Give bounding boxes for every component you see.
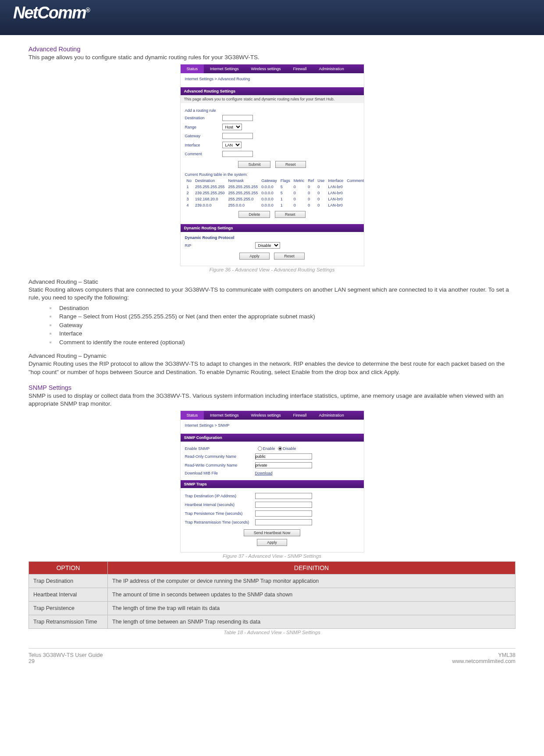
lbl-interface: Interface xyxy=(185,143,222,147)
nav-tab-internet[interactable]: Internet Settings xyxy=(204,411,245,420)
nav-tab-wireless[interactable]: Wireless settings xyxy=(245,411,287,420)
disable-radio[interactable] xyxy=(278,446,282,451)
header-band: NetComm® xyxy=(0,0,544,35)
heading-snmp: SNMP Settings xyxy=(28,384,516,391)
trap-dest-input[interactable] xyxy=(255,493,312,499)
list-item: Destination xyxy=(59,304,516,313)
list-item: Gateway xyxy=(59,321,516,330)
figure-37-wrap: Status Internet Settings Wireless settin… xyxy=(28,410,516,553)
enable-radio[interactable] xyxy=(258,446,262,451)
section-bar-adv-routing: Advanced Routing Settings xyxy=(181,87,364,95)
trademark-icon: ® xyxy=(85,7,89,14)
dyn-proto-label: Dynamic Routing Protocol xyxy=(185,235,359,240)
trap-pers-input[interactable] xyxy=(255,510,312,517)
text-snmp: SNMP is used to display or collect data … xyxy=(28,392,516,408)
add-rule-label: Add a routing rule xyxy=(185,108,359,113)
routing-table: NoDestinationNetmaskGatewayFlagsMetricRe… xyxy=(185,178,366,208)
lbl-gateway: Gateway xyxy=(185,134,222,138)
comment-input[interactable] xyxy=(222,151,253,157)
heading-static: Advanced Routing – Static xyxy=(28,278,516,285)
opt-disable: Disable xyxy=(283,446,296,451)
table-row: 4239.0.0.0255.0.0.00.0.0.01000LAN-br0 xyxy=(185,202,366,208)
apply-button-2[interactable]: Apply xyxy=(257,539,287,546)
lbl-rw-comm: Read-Write Community Name xyxy=(185,463,255,467)
nav-tab-admin[interactable]: Administration xyxy=(313,64,350,73)
snmp-screenshot: Status Internet Settings Wireless settin… xyxy=(180,410,364,553)
th-definition: DEFINITION xyxy=(108,562,516,574)
rw-comm-input[interactable] xyxy=(255,462,312,468)
section-bar-dyn-routing: Dynamic Routing Settings xyxy=(181,224,364,232)
nav-tab-status[interactable]: Status xyxy=(181,64,204,73)
text-static: Static Routing allows computers that are… xyxy=(28,286,516,302)
hb-int-input[interactable] xyxy=(255,502,312,508)
rip-select[interactable]: Disable xyxy=(255,242,280,249)
list-item: Comment to identify the route entered (o… xyxy=(59,338,516,347)
lbl-trap-dest: Trap Destination (IP Address) xyxy=(185,494,255,498)
reset-button[interactable]: Reset xyxy=(275,161,306,168)
nav-tab-firewall[interactable]: Firewall xyxy=(287,411,313,420)
interface-select[interactable]: LAN xyxy=(222,142,242,148)
lbl-hb-int: Heartbeat Interval (seconds) xyxy=(185,503,255,507)
trap-retr-input[interactable] xyxy=(255,519,312,525)
text-adv-routing-intro: This page allows you to configure static… xyxy=(28,53,516,61)
reset-button-3[interactable]: Reset xyxy=(274,253,305,260)
lbl-mib: Download MIB File xyxy=(185,471,255,475)
routing-desc: This page allows you to configure static… xyxy=(181,95,364,103)
lbl-ro-comm: Read-Only Community Name xyxy=(185,454,255,459)
footer-right-1: YML38 xyxy=(452,652,516,658)
nav-tab-status[interactable]: Status xyxy=(181,411,204,420)
breadcrumb-2: Internet Settings > SNMP xyxy=(185,423,359,428)
gateway-input[interactable] xyxy=(222,133,253,139)
footer-left-2: 29 xyxy=(28,658,103,664)
table-row: Trap Retransmission TimeThe length of ti… xyxy=(29,615,516,629)
lbl-trap-pers: Trap Persistence Time (seconds) xyxy=(185,511,255,516)
download-link[interactable]: Download xyxy=(255,471,273,475)
table-row: Trap PersistenceThe length of time the t… xyxy=(29,602,516,615)
reset-button-2[interactable]: Reset xyxy=(275,211,306,218)
ro-comm-input[interactable] xyxy=(255,453,312,460)
table-18-caption: Table 18 - Advanced View - SNMP Settings xyxy=(28,630,516,635)
th-option: OPTION xyxy=(29,562,108,574)
page-footer: Telus 3G38WV-TS User Guide 29 YML38 www.… xyxy=(28,648,516,664)
figure-36-wrap: Status Internet Settings Wireless settin… xyxy=(28,64,516,266)
opt-enable: Enable xyxy=(263,446,275,451)
lbl-rip: RIP xyxy=(185,243,255,248)
breadcrumb: Internet Settings > Advanced Routing xyxy=(185,77,359,81)
destination-input[interactable] xyxy=(222,115,253,121)
footer-left-1: Telus 3G38WV-TS User Guide xyxy=(28,652,103,658)
delete-button[interactable]: Delete xyxy=(238,211,270,218)
range-select[interactable]: Host xyxy=(222,124,242,130)
table-row: Heartbeat IntervalThe amount of time in … xyxy=(29,588,516,602)
section-bar-snmp-config: SNMP Configuration xyxy=(181,434,364,442)
heading-dynamic: Advanced Routing – Dynamic xyxy=(28,353,516,359)
heading-adv-routing: Advanced Routing xyxy=(28,46,516,53)
send-heartbeat-button[interactable]: Send Heartbeat Now xyxy=(244,529,301,536)
list-item: Range – Select from Host (255.255.255.25… xyxy=(59,312,516,321)
lbl-trap-retr: Trap Retransmission Time (seconds) xyxy=(185,520,255,524)
router-nav-2: Status Internet Settings Wireless settin… xyxy=(181,411,364,420)
text-dynamic: Dynamic Routing uses the RIP protocol to… xyxy=(28,360,516,376)
definition-table: OPTION DEFINITION Trap DestinationThe IP… xyxy=(28,561,516,629)
current-routing-caption: Current Routing table in the system: xyxy=(185,172,359,177)
table-row: Trap DestinationThe IP address of the co… xyxy=(29,574,516,588)
figure-37-caption: Figure 37 - Advanced View - SNMP Setting… xyxy=(28,553,516,559)
static-bullet-list: Destination Range – Select from Host (25… xyxy=(28,304,516,347)
nav-tab-firewall[interactable]: Firewall xyxy=(287,64,313,73)
submit-button[interactable]: Submit xyxy=(238,161,270,168)
apply-button[interactable]: Apply xyxy=(239,253,270,260)
list-item: Interface xyxy=(59,329,516,338)
table-row: 2239.255.255.250255.255.255.2550.0.0.050… xyxy=(185,190,366,196)
page-content: Advanced Routing This page allows you to… xyxy=(0,35,544,670)
router-nav: Status Internet Settings Wireless settin… xyxy=(181,64,364,73)
table-row: 1255.255.255.255255.255.255.2550.0.0.050… xyxy=(185,184,366,190)
figure-36-caption: Figure 36 - Advanced View - Advanced Rou… xyxy=(28,267,516,272)
section-bar-snmp-traps: SNMP Traps xyxy=(181,480,364,488)
lbl-enable-snmp: Enable SNMP xyxy=(185,446,255,451)
nav-tab-admin[interactable]: Administration xyxy=(313,411,350,420)
table-row: 3192.168.20.0255.255.255.00.0.0.01000LAN… xyxy=(185,196,366,202)
footer-right-2: www.netcommlimited.com xyxy=(452,658,516,664)
lbl-destination: Destination xyxy=(185,116,222,120)
nav-tab-wireless[interactable]: Wireless settings xyxy=(245,64,287,73)
nav-tab-internet[interactable]: Internet Settings xyxy=(204,64,245,73)
table-header-row: NoDestinationNetmaskGatewayFlagsMetricRe… xyxy=(185,178,366,184)
